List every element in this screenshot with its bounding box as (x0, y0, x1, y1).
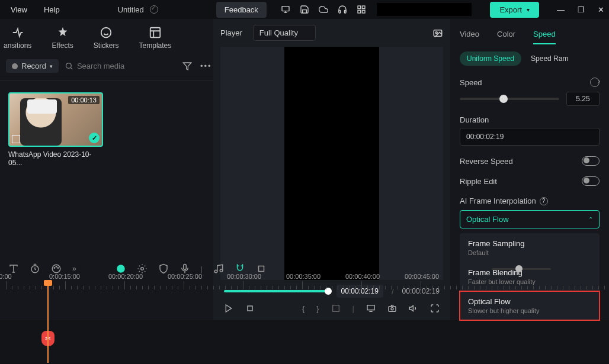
svg-rect-8 (150, 28, 161, 38)
record-button[interactable]: Record ▾ (6, 59, 59, 73)
video-preview[interactable] (220, 47, 443, 280)
timeline-ruler[interactable]: 0:10:000:00:15:0000:00:20:0000:00:25:000… (0, 281, 609, 298)
snapshot-icon[interactable] (432, 28, 443, 38)
duration-label: Duration (460, 115, 600, 124)
timer-icon[interactable] (30, 263, 40, 274)
reset-icon[interactable] (590, 78, 600, 87)
minimize-button[interactable]: — (557, 5, 565, 14)
ripple-edit-toggle[interactable] (582, 176, 600, 186)
title-mask (377, 3, 472, 16)
menu-view[interactable]: View (5, 3, 33, 17)
svg-rect-0 (282, 7, 289, 11)
more-icon[interactable]: ••• (200, 62, 212, 71)
svg-point-7 (101, 28, 111, 38)
reverse-speed-label: Reverse Speed (460, 157, 513, 166)
player-label: Player (220, 28, 242, 37)
record-dot-icon (12, 63, 18, 69)
svg-point-27 (214, 270, 217, 273)
chevron-down-icon: ▾ (527, 7, 530, 13)
tab-transitions[interactable]: ansitions (4, 26, 31, 50)
media-thumbnail[interactable]: 00:00:13 ✓ WhatsApp Video 2023-10-05... (8, 92, 103, 167)
svg-rect-5 (358, 10, 361, 13)
clip-duration-badge: 00:00:13 (68, 96, 100, 104)
music-icon[interactable] (213, 263, 224, 274)
tab-color[interactable]: Color (497, 25, 515, 44)
svg-point-23 (57, 268, 59, 269)
search-icon (65, 62, 73, 70)
timeline-tracks[interactable]: ✂ (0, 298, 609, 363)
checkmark-icon: ✓ (89, 133, 100, 143)
more-tools-icon[interactable]: » (72, 265, 76, 273)
chevron-up-icon: ⌃ (588, 216, 593, 223)
close-button[interactable]: ✕ (598, 5, 604, 14)
grid-icon[interactable] (357, 5, 366, 14)
window-controls: — ❐ ✕ (557, 5, 604, 14)
shield-icon[interactable] (158, 263, 169, 274)
tab-stickers[interactable]: Stickers (94, 26, 119, 50)
filmstrip-icon (12, 135, 20, 143)
feedback-button[interactable]: Feedback (216, 2, 267, 18)
maximize-button[interactable]: ❐ (578, 5, 585, 14)
svg-rect-3 (358, 6, 361, 9)
svg-point-11 (435, 31, 437, 33)
clip-filename: WhatsApp Video 2023-10-05... (8, 150, 103, 167)
export-button[interactable]: Export▾ (490, 2, 539, 18)
speed-label: Speed (460, 78, 482, 87)
magnet-icon[interactable] (235, 263, 245, 273)
duration-input[interactable]: 00:00:02:19 (460, 128, 600, 146)
svg-rect-29 (259, 266, 264, 272)
zoom-slider[interactable] (492, 268, 551, 270)
svg-rect-2 (344, 10, 346, 13)
option-frame-sampling[interactable]: Frame SamplingDefault (460, 233, 600, 262)
subtab-uniform-speed[interactable]: Uniform Speed (460, 51, 521, 66)
svg-point-24 (117, 265, 125, 273)
menu-bar: View Help Untitled Feedback Export▾ — ❐ … (0, 0, 609, 19)
tab-templates[interactable]: Templates (139, 26, 172, 50)
filter-icon[interactable] (182, 62, 192, 71)
save-icon[interactable] (300, 5, 309, 14)
document-title: Untitled (118, 5, 144, 14)
properties-panel: Video Color Speed Uniform Speed Speed Ra… (450, 19, 609, 320)
svg-point-9 (66, 63, 71, 69)
svg-point-28 (220, 269, 223, 272)
svg-rect-4 (362, 6, 365, 9)
svg-rect-26 (183, 265, 186, 270)
tab-video[interactable]: Video (460, 25, 479, 44)
svg-rect-1 (339, 10, 341, 13)
saved-status-icon (150, 5, 158, 14)
tab-effects[interactable]: Effects (52, 26, 73, 50)
cloud-icon[interactable] (319, 5, 328, 14)
headphones-icon[interactable] (338, 5, 347, 14)
speed-value[interactable]: 5.25 (566, 92, 600, 106)
svg-point-21 (54, 268, 55, 269)
tab-speed[interactable]: Speed (533, 25, 556, 44)
search-input[interactable] (77, 62, 177, 70)
header-icons (281, 5, 366, 14)
ripple-edit-label: Ripple Edit (460, 177, 497, 186)
help-icon[interactable]: ? (540, 197, 548, 205)
monitor-icon[interactable] (281, 5, 290, 14)
subtab-speed-ramp[interactable]: Speed Ram (531, 51, 568, 66)
ai-interp-dropdown[interactable]: Optical Flow⌃ (460, 210, 600, 228)
ai-interp-label: AI Frame Interpolation (460, 197, 536, 205)
svg-point-25 (140, 268, 143, 270)
svg-rect-6 (362, 10, 365, 13)
svg-point-22 (56, 266, 57, 268)
menu-help[interactable]: Help (38, 3, 66, 17)
reverse-speed-toggle[interactable] (582, 156, 600, 166)
chevron-down-icon: ▾ (50, 63, 53, 69)
speed-slider[interactable] (460, 98, 559, 100)
playhead[interactable] (47, 281, 49, 363)
quality-select[interactable]: Full Quality (253, 25, 316, 41)
